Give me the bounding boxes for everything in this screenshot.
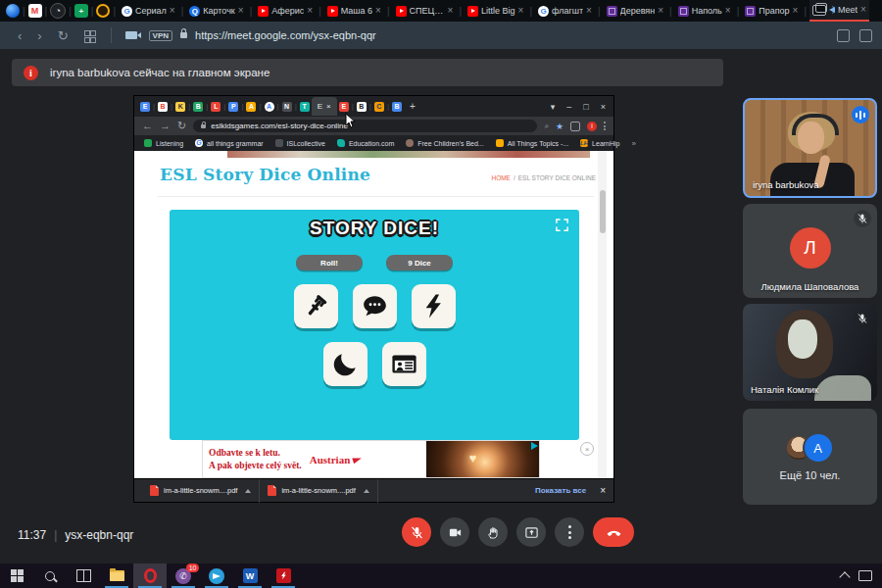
opera-ball-icon[interactable] [6,4,20,18]
show-all-downloads-link[interactable]: Показать все [535,486,586,495]
shared-tab-favicon[interactable]: A [246,102,256,112]
shared-tab-favicon[interactable]: B [193,102,203,112]
bookmark-star-icon[interactable]: ★ [556,122,564,131]
profile-avatar[interactable]: i [587,122,597,131]
shared-tab-favicon[interactable]: C [374,102,384,112]
viber-button[interactable]: ✆10 [167,564,200,588]
bookmark-item[interactable]: All Things Topics -... [496,139,568,147]
fullscreen-icon[interactable] [555,218,569,236]
browser-tab[interactable]: QКарточк× [186,0,246,22]
file-explorer-button[interactable] [100,564,133,588]
back-icon[interactable]: ← [142,121,153,131]
bookmark-item[interactable]: Gall things grammar [195,139,264,147]
tab-close-icon[interactable]: × [307,6,313,16]
bookmarks-overflow-icon[interactable]: » [632,139,636,148]
adchoices-icon[interactable] [531,442,538,450]
tab-close-icon[interactable]: × [170,6,175,16]
raise-hand-button[interactable] [478,517,508,547]
downloads-close-icon[interactable]: × [600,485,606,496]
side-panel-icon[interactable] [570,122,580,131]
ad-close-button[interactable]: × [580,442,594,456]
tab-close-icon[interactable]: × [860,5,866,15]
tab-close-icon[interactable]: × [375,6,381,16]
bookmark-item[interactable]: Free Children's Bed... [406,139,483,147]
shared-tab-favicon[interactable]: E [339,102,349,112]
participant-tile-nataliia[interactable]: Наталія Комлик [743,304,877,401]
participant-tile-liudmyla[interactable]: Л Людмила Шаповалова [743,204,877,298]
shared-tab-favicon[interactable]: B [357,102,367,112]
forward-icon[interactable]: → [160,121,171,131]
telegram-button[interactable] [200,564,233,588]
dice-count-button[interactable]: 9 Dice [386,255,453,270]
tab-close-icon[interactable]: × [518,6,524,16]
more-menu-icon[interactable] [604,122,606,130]
tab-close-icon[interactable]: × [238,6,244,16]
end-call-button[interactable] [593,517,634,547]
tab-close-icon[interactable]: × [448,6,454,16]
download-item[interactable]: im-a-little-snowm....pdf [260,479,376,503]
download-item[interactable]: im-a-little-snowm....pdf [142,479,259,503]
camera-tab-icon[interactable] [125,31,137,39]
back-icon[interactable]: ‹ [18,28,22,43]
participant-tile-iryna[interactable]: iryna barbukova [743,98,877,198]
capture-icon[interactable] [859,29,872,42]
search-icon[interactable]: ⌕ [544,122,548,131]
mic-off-button[interactable] [402,517,431,547]
browser-tab[interactable]: Little Big× [465,0,526,22]
roll-button[interactable]: Roll! [296,255,363,270]
die-lightning[interactable] [412,284,456,328]
camera-button[interactable] [440,517,469,547]
download-menu-icon[interactable] [245,489,251,493]
bookmark-item[interactable]: Education.com [337,139,394,147]
shared-tab-favicon[interactable]: E [140,102,150,112]
vpn-badge[interactable]: VPN [149,30,172,41]
browser-tab[interactable]: Наполь× [675,0,734,22]
globe-icon[interactable]: ◔ [50,3,66,19]
shared-tab-favicon[interactable]: K [175,102,185,112]
tray-expand-icon[interactable] [839,571,850,582]
forward-icon[interactable]: › [37,28,41,43]
minimize-icon[interactable]: – [566,102,571,112]
reload-icon[interactable]: ↻ [58,28,69,43]
ad-banner[interactable]: Odbavte se k letu. A pak objevte celý sv… [203,441,539,477]
tab-close-icon[interactable]: × [658,6,663,16]
shared-tab-favicon[interactable]: P [228,102,238,112]
die-speech[interactable] [353,284,397,328]
browser-tab[interactable]: Аферис× [255,0,316,22]
shared-tab-favicon[interactable]: B [392,102,402,112]
browser-tab[interactable]: GСериал× [119,0,178,22]
speed-dial-icon[interactable] [84,30,95,41]
target-icon[interactable] [96,4,110,18]
die-crutch[interactable] [294,284,338,328]
more-options-button[interactable] [555,517,584,547]
browser-tab[interactable]: Деревян× [604,0,666,22]
shared-url-field[interactable]: eslkidsgames.com/esl-story-dice-online [193,120,537,132]
search-button[interactable] [33,564,67,588]
shared-tab-favicon[interactable]: A [265,102,274,112]
tab-close-icon[interactable]: × [725,6,731,16]
reload-icon[interactable]: ↻ [177,121,186,131]
tab-close-icon[interactable]: × [586,6,592,16]
shared-tab-favicon[interactable]: N [282,102,292,112]
present-button[interactable] [516,517,546,547]
browser-tab-meet-active[interactable]: Meet× [809,0,869,22]
shared-tab-favicon[interactable]: B [158,102,168,112]
word-button[interactable]: W [233,564,267,588]
task-view-button[interactable] [67,564,100,588]
breadcrumb-home[interactable]: HOME [491,174,511,181]
tray-display-icon[interactable] [858,570,872,581]
bookmark-item[interactable]: LHLearnHip [580,139,619,147]
flash-app-button[interactable] [267,564,300,588]
tab-close-icon[interactable]: × [326,102,331,111]
gmail-icon[interactable]: M [28,4,42,18]
sheets-icon[interactable]: + [74,4,88,18]
die-id-card[interactable] [382,342,426,386]
new-tab-icon[interactable]: + [410,101,416,112]
shared-active-tab[interactable]: E× [312,97,337,116]
shared-tab-favicon[interactable]: L [211,102,220,112]
opera-button[interactable] [133,564,167,588]
bookmark-item[interactable]: Listening [144,139,183,147]
snapshot-icon[interactable] [837,29,850,42]
browser-tab[interactable]: Маша 6× [324,0,384,22]
browser-tab[interactable]: СПЕЦСЕ× [393,0,457,22]
